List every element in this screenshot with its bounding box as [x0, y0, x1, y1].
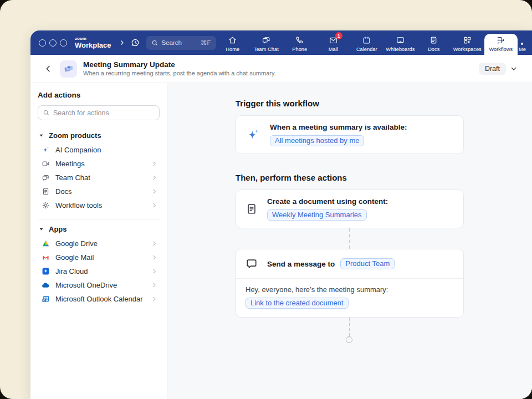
workflow-subtitle: When a recurring meeting starts, post th… — [83, 70, 276, 78]
document-content-pill[interactable]: Weekly Meeting Summaries — [267, 209, 367, 221]
chat-bubble-icon — [245, 258, 258, 270]
ai-companion-icon — [41, 146, 50, 154]
logo-zoom-text: zoom — [75, 37, 111, 41]
workflows-icon — [496, 35, 505, 45]
body-row: Add actions Zoom products AI Companion — [30, 83, 532, 399]
nav-tab-whiteboards[interactable]: Whiteboards — [383, 30, 417, 55]
sidebar-item-google-drive[interactable]: Google Drive — [38, 237, 160, 250]
chevron-right-icon — [151, 268, 157, 274]
chevron-right-icon — [151, 188, 157, 195]
add-actions-sidebar: Add actions Zoom products AI Companion — [30, 83, 167, 399]
trigger-card-title: When a meeting summary is available: — [270, 123, 407, 131]
trigger-card[interactable]: When a meeting summary is available: All… — [236, 115, 464, 154]
nav-tab-team-chat[interactable]: Team Chat — [249, 30, 283, 55]
search-icon — [151, 39, 158, 47]
zoom-workplace-logo: zoom Workplace — [75, 37, 111, 49]
send-message-header: Send a message to Product Team — [236, 249, 463, 278]
workflow-canvas: Trigger this workflow When a meeting sum… — [167, 83, 532, 399]
team-chat-icon — [41, 173, 50, 182]
chevron-right-icon — [151, 175, 157, 181]
gear-icon — [41, 201, 50, 209]
back-button[interactable] — [42, 62, 55, 75]
nav-tab-mail[interactable]: 1 Mail — [316, 30, 350, 55]
zoom-workplace-window: zoom Workplace Search ⌘F Home — [30, 30, 532, 399]
screenshot-frame: zoom Workplace Search ⌘F Home — [0, 0, 532, 399]
trigger-heading: Trigger this workflow — [236, 99, 532, 108]
section-zoom-products[interactable]: Zoom products — [39, 131, 160, 140]
mail-unread-badge: 1 — [335, 32, 342, 39]
window-close-button[interactable] — [39, 39, 46, 47]
nav-tab-me-partial[interactable]: Me — [518, 30, 532, 55]
history-icon[interactable] — [130, 38, 140, 48]
search-shortcut: ⌘F — [201, 39, 211, 47]
chevron-right-icon — [151, 282, 157, 288]
sidebar-item-team-chat[interactable]: Team Chat — [38, 171, 160, 185]
chevron-right-icon[interactable] — [119, 39, 125, 46]
header-right: Draft — [479, 63, 518, 75]
recipient-pill[interactable]: Product Team — [340, 258, 395, 269]
nav-tab-docs[interactable]: Docs — [417, 30, 451, 55]
actions-search-field[interactable] — [38, 105, 160, 120]
window-minimize-button[interactable] — [49, 39, 57, 47]
sidebar-item-google-mail[interactable]: Google Mail — [38, 250, 160, 264]
sidebar-item-ai-companion[interactable]: AI Companion — [38, 143, 160, 157]
window-zoom-button[interactable] — [60, 39, 67, 47]
nav-tab-phone[interactable]: Phone — [283, 30, 317, 55]
logo-workplace-text: Workplace — [75, 42, 111, 49]
trigger-scope-pill[interactable]: All meetings hosted by me — [270, 135, 364, 146]
sidebar-item-microsoft-outlook-calendar[interactable]: O Microsoft Outlook Calendar — [38, 292, 160, 306]
jira-icon — [41, 267, 50, 275]
ai-sparkle-icon — [245, 127, 260, 142]
workflow-thumbnail-icon — [60, 60, 77, 78]
gmail-icon — [41, 253, 50, 262]
phone-icon — [295, 35, 304, 45]
onedrive-icon — [41, 281, 50, 290]
search-placeholder: Search — [162, 39, 182, 46]
docs-icon — [41, 187, 50, 196]
sidebar-item-meetings[interactable]: Meetings — [38, 157, 160, 171]
actions-heading: Then, perform these actions — [236, 173, 532, 182]
caret-down-icon — [39, 133, 44, 138]
workspaces-icon — [463, 35, 472, 45]
home-icon — [228, 35, 237, 45]
top-navigation-bar: zoom Workplace Search ⌘F Home — [30, 30, 532, 55]
chevron-down-icon[interactable] — [510, 65, 518, 73]
message-body-text: Hey, everyone, here’s the meeting summar… — [245, 285, 454, 294]
connector-dashed-line — [349, 228, 350, 249]
create-document-card[interactable]: Create a document using content: Weekly … — [236, 190, 464, 228]
trigger-card-content: When a meeting summary is available: All… — [270, 123, 407, 146]
chevron-right-icon — [151, 296, 157, 302]
connector-end-node — [346, 336, 352, 343]
outlook-calendar-icon: O — [41, 295, 50, 303]
nav-tab-home[interactable]: Home — [216, 30, 250, 55]
document-link-pill[interactable]: Link to the created document — [245, 298, 349, 309]
section-apps[interactable]: Apps — [39, 225, 160, 233]
caret-down-icon — [39, 227, 44, 232]
docs-icon — [429, 35, 438, 45]
chevron-right-icon — [151, 202, 157, 208]
workflow-title: Meeting Summary Update — [83, 60, 276, 70]
global-search-box[interactable]: Search ⌘F — [146, 36, 216, 50]
actions-search-input[interactable] — [53, 109, 155, 117]
create-document-title: Create a document using content: — [267, 197, 388, 206]
connector-dashed-line — [349, 318, 350, 336]
svg-text:O: O — [43, 299, 45, 302]
sidebar-divider — [38, 219, 160, 219]
sidebar-item-microsoft-onedrive[interactable]: Microsoft OneDrive — [38, 278, 160, 292]
send-message-card[interactable]: Send a message to Product Team Hey, ever… — [236, 249, 464, 318]
sidebar-item-workflow-tools[interactable]: Workflow tools — [38, 198, 160, 212]
create-document-content: Create a document using content: Weekly … — [267, 197, 388, 221]
workflow-header: Meeting Summary Update When a recurring … — [30, 55, 532, 83]
nav-tab-workspaces[interactable]: Workspaces — [451, 30, 484, 55]
search-icon — [43, 109, 50, 116]
sidebar-item-jira-cloud[interactable]: Jira Cloud — [38, 264, 160, 278]
nav-tab-calendar[interactable]: Calendar — [350, 30, 384, 55]
team-chat-icon — [262, 35, 271, 45]
window-controls — [39, 39, 67, 47]
sidebar-item-docs[interactable]: Docs — [38, 185, 160, 198]
google-drive-icon — [41, 239, 50, 248]
whiteboards-icon — [396, 35, 405, 45]
status-badge[interactable]: Draft — [479, 63, 506, 75]
nav-tab-workflows[interactable]: Workflows — [484, 34, 518, 55]
sidebar-heading: Add actions — [38, 91, 160, 99]
